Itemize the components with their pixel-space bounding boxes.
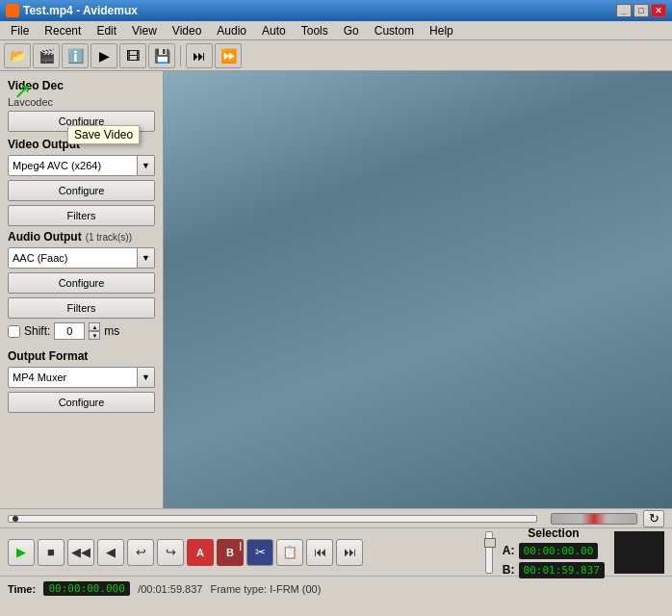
play-button[interactable]: ▶ [8,539,35,566]
audio-output-select[interactable]: AAC (Faac) [8,247,138,269]
toolbar-skip-fwd-btn[interactable]: ⏭ [186,43,213,68]
shift-spinner: ▲ ▼ [89,322,100,340]
minimize-button[interactable]: _ [616,4,632,17]
scrubber-area: ↻ [0,508,672,527]
prev-key-button[interactable]: ⏮ [306,539,333,566]
menu-view[interactable]: View [125,21,164,40]
audio-output-sub-label: (1 track(s)) [86,232,132,243]
mark-b-button[interactable]: |B [217,539,244,566]
window-title: Test.mp4 - Avidemux [23,4,138,17]
menu-go[interactable]: Go [337,21,366,40]
video-preview-area [164,71,672,508]
selection-panel: Selection A: 00:00:00.00 B: 00:01:59.837 [503,526,605,578]
mini-preview [614,531,664,574]
menu-edit[interactable]: Edit [90,21,123,40]
audio-output-arrow[interactable]: ▼ [138,247,155,269]
output-format-arrow[interactable]: ▼ [138,367,155,388]
audio-output-filters-btn[interactable]: Filters [8,297,155,319]
menu-recent[interactable]: Recent [38,21,88,40]
output-format-label: Output Format [8,349,155,363]
current-time-display: 00:00:00.000 [43,581,130,596]
shift-unit: ms [104,324,119,338]
toolbar-video-btn[interactable]: 🎬 [33,43,60,68]
save-video-tooltip: Save Video [67,125,140,144]
audio-output-configure-btn[interactable]: Configure [8,272,155,294]
shift-spin-down[interactable]: ▼ [89,331,100,340]
toolbar-open-btn[interactable]: 📂 [4,43,31,68]
selection-a-row: A: 00:00:00.00 [503,543,605,559]
toolbar: 📂 🎬 ℹ️ ▶ 🎞 💾 Save Video ⏭ ⏩ ↗ [0,40,672,71]
menu-bar: File Recent Edit View Video Audio Auto T… [0,21,672,40]
shift-spin-up[interactable]: ▲ [89,322,100,331]
cut-button[interactable]: ✂ [246,539,273,566]
step-back-button[interactable]: ↩ [127,539,154,566]
selection-a-time: 00:00:00.00 [519,543,599,559]
shift-checkbox[interactable] [8,325,20,338]
output-format-dropdown: MP4 Muxer ▼ [8,367,155,388]
maximize-button[interactable]: □ [633,4,649,17]
toolbar-separator [180,45,181,66]
shift-input[interactable] [54,322,85,340]
volume-slider-area[interactable] [485,529,493,576]
toolbar-fast-fwd-btn[interactable]: ⏩ [215,43,242,68]
video-output-filters-btn[interactable]: Filters [8,205,155,226]
selection-b-label: B: [503,563,515,577]
menu-tools[interactable]: Tools [295,21,335,40]
video-dec-value: Lavcodec [8,96,155,108]
transport-area: ▶ ■ ◀◀ ◀ ↩ ↪ A |B ✂ 📋 ⏮ ⏭ Selection A: 0… [0,527,672,576]
prev-frame-button[interactable]: ◀ [97,539,124,566]
audio-output-label: Audio Output [8,230,82,244]
paste-button[interactable]: 📋 [276,539,303,566]
segment-display [551,513,637,525]
video-preview [164,71,672,508]
right-controls: Selection A: 00:00:00.00 B: 00:01:59.837 [485,526,664,578]
refresh-btn[interactable]: ↻ [643,510,664,527]
video-output-arrow[interactable]: ▼ [138,155,155,176]
step-fwd-button[interactable]: ↪ [157,539,184,566]
audio-output-dropdown: AAC (Faac) ▼ [8,247,155,269]
toolbar-frames-btn[interactable]: 🎞 [119,43,146,68]
toolbar-info-btn[interactable]: ℹ️ [62,43,89,68]
segment-bar [551,513,637,525]
menu-file[interactable]: File [4,21,36,40]
video-dec-label: Video Dec [8,79,155,92]
shift-label: Shift: [24,324,50,338]
total-time-display: /00:01:59.837 [138,583,202,595]
toolbar-play-btn[interactable]: ▶ [90,43,117,68]
scrubber-thumb [13,516,18,522]
stop-button[interactable]: ■ [38,539,65,566]
frame-type-display: Frame type: I-FRM (00) [210,583,664,595]
time-label: Time: [8,583,36,595]
output-format-configure-btn[interactable]: Configure [8,392,155,413]
selection-b-row: B: 00:01:59.837 [503,562,605,578]
title-bar: Test.mp4 - Avidemux _ □ ✕ [0,0,672,21]
mark-a-button[interactable]: A [187,539,214,566]
close-button[interactable]: ✕ [651,4,666,17]
status-bar: Time: 00:00:00.000 /00:01:59.837 Frame t… [0,576,672,601]
menu-video[interactable]: Video [166,21,208,40]
selection-b-time: 00:01:59.837 [519,562,605,578]
video-output-configure-btn[interactable]: Configure [8,180,155,201]
menu-audio[interactable]: Audio [210,21,253,40]
selection-a-label: A: [503,544,515,557]
next-key-button[interactable]: ⏭ [336,539,363,566]
menu-auto[interactable]: Auto [255,21,293,40]
rewind-button[interactable]: ◀◀ [67,539,94,566]
shift-row: Shift: ▲ ▼ ms [8,322,155,340]
video-output-dropdown: Mpeg4 AVC (x264) ▼ [8,155,155,176]
volume-slider-thumb [484,538,496,548]
scrubber-track[interactable] [8,515,537,523]
output-format-select[interactable]: MP4 Muxer [8,367,138,388]
menu-help[interactable]: Help [423,21,460,40]
frame-type-label: Frame type: [210,583,267,595]
window-controls: _ □ ✕ [616,4,666,17]
app-icon [6,4,19,17]
selection-title: Selection [503,526,605,540]
toolbar-save-btn[interactable]: 💾 [148,43,175,68]
frame-type-value: I-FRM (00) [270,583,321,595]
menu-custom[interactable]: Custom [368,21,421,40]
video-output-select[interactable]: Mpeg4 AVC (x264) [8,155,138,176]
